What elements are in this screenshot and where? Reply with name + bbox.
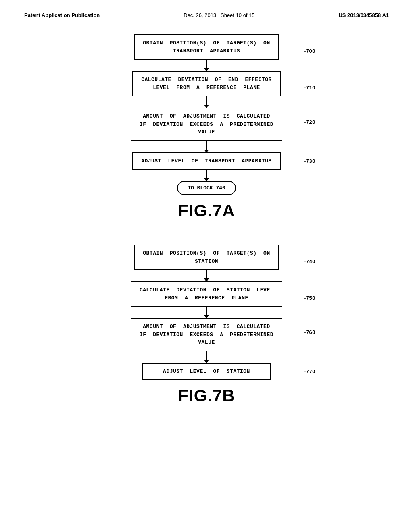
block-770: ADJUST LEVEL OF STATION └770 (142, 363, 271, 380)
label-740: └740 (302, 258, 315, 266)
block-710: CALCULATE DEVIATION OF END EFFECTORLEVEL… (132, 71, 281, 96)
row-710: CALCULATE DEVIATION OF END EFFECTORLEVEL… (132, 71, 281, 96)
header-right: US 2013/0345858 A1 (338, 12, 389, 18)
fig7b-label: FIG.7B (178, 386, 235, 405)
block-700: OBTAIN POSITION(S) OF TARGET(S) ONTRANSP… (134, 34, 279, 60)
row-700: OBTAIN POSITION(S) OF TARGET(S) ONTRANSP… (134, 34, 279, 60)
block-730: ADJUST LEVEL OF TRANSPORT APPARATUS └730 (132, 152, 281, 170)
diagram-fig7b: OBTAIN POSITION(S) OF TARGET(S) ONSTATIO… (24, 245, 389, 422)
label-720: └720 (302, 118, 315, 126)
label-710: └710 (302, 84, 315, 92)
label-730: └730 (302, 157, 315, 165)
label-760: └760 (302, 328, 315, 337)
page-header: Patent Application Publication Dec. 26, … (24, 12, 389, 18)
header-left: Patent Application Publication (24, 12, 100, 18)
header-sheet: Sheet 10 of 15 (221, 12, 255, 18)
label-770: └770 (302, 368, 315, 376)
arrow-760-770 (206, 351, 207, 363)
block-750: CALCULATE DEVIATION OF STATION LEVELFROM… (131, 281, 282, 307)
header-center: Dec. 26, 2013 Sheet 10 of 15 (184, 12, 254, 18)
block-720: AMOUNT OF ADJUSTMENT IS CALCULATED IF DE… (131, 108, 282, 141)
row-oval-a: TO BLOCK 740 (177, 181, 236, 195)
arrow-700-710 (206, 60, 207, 71)
arrow-720-730 (206, 141, 207, 152)
arrow-750-760 (206, 307, 207, 318)
header-date: Dec. 26, 2013 (184, 12, 216, 18)
block-760: AMOUNT OF ADJUSTMENT IS CALCULATED IF DE… (131, 318, 282, 351)
row-740: OBTAIN POSITION(S) OF TARGET(S) ONSTATIO… (134, 245, 279, 270)
block-740: OBTAIN POSITION(S) OF TARGET(S) ONSTATIO… (134, 245, 279, 270)
row-730: ADJUST LEVEL OF TRANSPORT APPARATUS └730 (132, 152, 281, 170)
label-750: └750 (302, 294, 315, 302)
page: Patent Application Publication Dec. 26, … (0, 0, 413, 532)
fig7a-label: FIG.7A (178, 201, 235, 220)
label-700: └700 (302, 47, 315, 55)
oval-a: TO BLOCK 740 (177, 181, 236, 195)
arrow-730-oval (206, 170, 207, 181)
row-770: ADJUST LEVEL OF STATION └770 (142, 363, 271, 380)
row-720: AMOUNT OF ADJUSTMENT IS CALCULATED IF DE… (131, 108, 282, 141)
arrow-740-750 (206, 270, 207, 281)
diagram-fig7a: OBTAIN POSITION(S) OF TARGET(S) ONTRANSP… (24, 34, 389, 237)
row-760: AMOUNT OF ADJUSTMENT IS CALCULATED IF DE… (131, 318, 282, 351)
row-750: CALCULATE DEVIATION OF STATION LEVELFROM… (131, 281, 282, 307)
arrow-710-720 (206, 96, 207, 108)
